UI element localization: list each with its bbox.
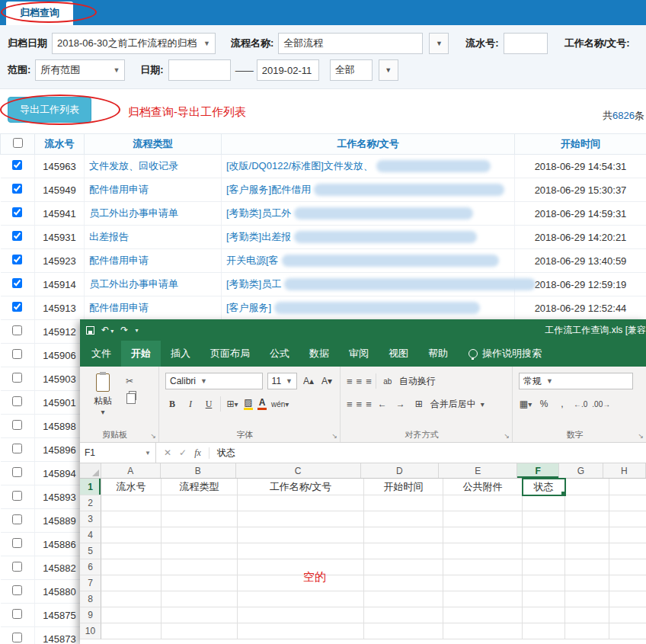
decrease-font-icon[interactable]: A▾: [320, 373, 334, 389]
cell-C9[interactable]: [238, 607, 364, 623]
work-name-link[interactable]: [客户服务]配件借用: [222, 178, 515, 202]
cell-D4[interactable]: [364, 527, 443, 543]
row-checkbox[interactable]: [12, 231, 22, 241]
work-name-link[interactable]: [考勤类]员工外: [222, 202, 515, 226]
undo-icon[interactable]: ↶ ▾: [101, 325, 114, 335]
ribbon-tab-审阅[interactable]: 审阅: [339, 341, 379, 367]
copy-icon[interactable]: [129, 391, 136, 400]
row-checkbox[interactable]: [12, 255, 22, 264]
underline-button[interactable]: U: [202, 396, 216, 412]
row-checkbox[interactable]: [12, 325, 22, 335]
align-right-icon[interactable]: ≡: [366, 399, 371, 410]
cell-F2[interactable]: [523, 495, 565, 511]
cell-D10[interactable]: [364, 623, 443, 639]
cell-A4[interactable]: [101, 527, 162, 543]
row-header-9[interactable]: 9: [80, 607, 101, 623]
row-header-10[interactable]: 10: [80, 623, 101, 639]
cell-E10[interactable]: [443, 623, 523, 639]
percent-style-icon[interactable]: %: [537, 396, 551, 412]
row-checkbox[interactable]: [12, 373, 22, 383]
cell-E1[interactable]: 公共附件: [443, 479, 523, 495]
row-checkbox[interactable]: [12, 184, 22, 194]
ribbon-tab-开始[interactable]: 开始: [121, 341, 161, 367]
cell-A8[interactable]: [101, 591, 162, 607]
merge-center-label[interactable]: 合并后居中: [430, 398, 476, 411]
cell-C1[interactable]: 工作名称/文号: [238, 479, 364, 495]
name-box[interactable]: F1 ▼: [80, 443, 156, 463]
align-top-icon[interactable]: ≡: [347, 376, 352, 387]
dialog-launcher-icon[interactable]: ↘: [638, 432, 644, 440]
cell-D7[interactable]: [364, 575, 443, 591]
scope-all-select[interactable]: 全部: [330, 59, 373, 81]
archive-date-select[interactable]: 2018-06-30之前工作流程的归档 ▼: [52, 33, 216, 54]
column-header-C[interactable]: C: [236, 463, 361, 478]
cell-F7[interactable]: [523, 575, 565, 591]
row-checkbox[interactable]: [12, 302, 22, 312]
cell-H9[interactable]: [609, 607, 646, 623]
cell-F10[interactable]: [523, 623, 565, 639]
column-header-A[interactable]: A: [101, 463, 161, 478]
cell-D3[interactable]: [364, 511, 443, 527]
cell-A9[interactable]: [101, 607, 162, 623]
cell-A10[interactable]: [101, 623, 162, 639]
cell-A5[interactable]: [101, 543, 162, 559]
font-color-icon[interactable]: A: [257, 398, 267, 410]
cell-E5[interactable]: [443, 543, 523, 559]
cell-C10[interactable]: [238, 623, 364, 639]
cell-C6[interactable]: [238, 559, 364, 575]
cell-E9[interactable]: [443, 607, 523, 623]
cell-F8[interactable]: [523, 591, 565, 607]
number-format-select[interactable]: 常规 ▼: [519, 373, 633, 389]
row-checkbox[interactable]: [12, 514, 22, 524]
increase-decimal-icon[interactable]: ←.0: [574, 396, 587, 412]
comma-style-icon[interactable]: ,: [555, 396, 569, 412]
flow-type-link[interactable]: 员工外出办事申请单: [85, 273, 222, 296]
cell-G9[interactable]: [565, 607, 609, 623]
font-size-select[interactable]: 11 ▼: [267, 373, 297, 389]
cell-D9[interactable]: [364, 607, 443, 623]
cell-B6[interactable]: [162, 559, 238, 575]
flow-type-link[interactable]: 文件发放、回收记录: [85, 155, 222, 178]
cell-G6[interactable]: [565, 559, 609, 575]
cell-D1[interactable]: 开始时间: [364, 479, 443, 495]
row-header-4[interactable]: 4: [80, 527, 101, 543]
cell-E7[interactable]: [443, 575, 523, 591]
insert-function-icon[interactable]: fx: [194, 447, 201, 459]
cell-D6[interactable]: [364, 559, 443, 575]
cell-C5[interactable]: [238, 543, 364, 559]
row-header-3[interactable]: 3: [80, 511, 101, 527]
cell-G8[interactable]: [565, 591, 609, 607]
cell-G5[interactable]: [565, 543, 609, 559]
cell-E4[interactable]: [443, 527, 523, 543]
increase-font-icon[interactable]: A▴: [302, 373, 315, 389]
tab-archive-query[interactable]: 归档查询: [6, 2, 73, 25]
work-name-link[interactable]: [考勤类]员工: [222, 273, 515, 296]
flow-type-link[interactable]: 出差报告: [85, 226, 222, 249]
cell-E2[interactable]: [443, 495, 523, 511]
dialog-launcher-icon[interactable]: ↘: [504, 432, 510, 440]
cell-B5[interactable]: [162, 543, 238, 559]
select-all-checkbox[interactable]: [13, 138, 23, 148]
cell-B4[interactable]: [162, 527, 238, 543]
cell-A1[interactable]: 流水号: [101, 479, 162, 495]
row-checkbox[interactable]: [12, 444, 22, 453]
cell-C4[interactable]: [238, 527, 364, 543]
row-checkbox[interactable]: [12, 396, 22, 406]
decrease-indent-icon[interactable]: ←: [376, 396, 389, 412]
cell-G7[interactable]: [565, 575, 609, 591]
cell-H3[interactable]: [609, 511, 646, 527]
column-header-B[interactable]: B: [161, 463, 236, 478]
dialog-launcher-icon[interactable]: ↘: [150, 432, 156, 440]
flow-type-link[interactable]: 配件借用申请: [85, 178, 222, 202]
column-header-H[interactable]: H: [603, 463, 646, 478]
cell-E8[interactable]: [443, 591, 523, 607]
align-center-icon[interactable]: ≡: [357, 399, 362, 410]
wrap-text-icon[interactable]: ab: [381, 373, 395, 389]
row-checkbox[interactable]: [12, 633, 22, 642]
phonetic-guide-icon[interactable]: wén▾: [271, 396, 289, 412]
cell-A7[interactable]: [101, 575, 162, 591]
range-select[interactable]: 所有范围 ▼: [35, 59, 125, 81]
cell-D8[interactable]: [364, 591, 443, 607]
cell-H4[interactable]: [609, 527, 646, 543]
row-checkbox[interactable]: [12, 207, 22, 217]
